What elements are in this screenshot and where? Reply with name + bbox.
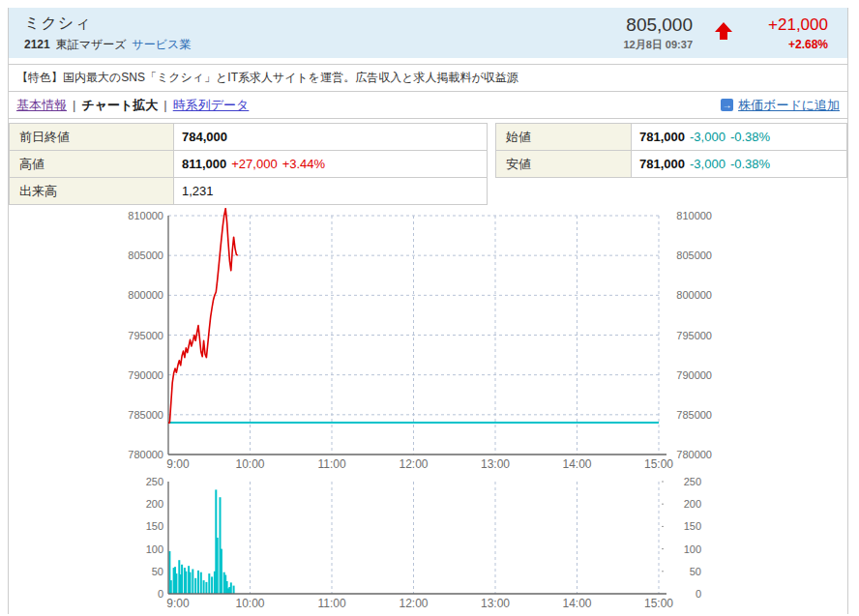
- tab-separator: |: [73, 98, 75, 112]
- svg-text:9:00: 9:00: [166, 457, 190, 471]
- stock-name: ミクシィ: [24, 14, 191, 34]
- change-block: +21,000 +2.68%: [751, 15, 828, 51]
- svg-text:150: 150: [146, 520, 163, 532]
- stock-detail-panel: ミクシィ 2121東証マザーズサービス業 805,000 12月8日 09:37…: [8, 8, 848, 614]
- row-value: 1,231: [174, 178, 488, 205]
- price-volume-chart-svg: 7800007800007850007850007900007900007950…: [9, 208, 847, 614]
- svg-text:790000: 790000: [128, 369, 163, 381]
- stock-meta: 2121東証マザーズサービス業: [24, 37, 191, 53]
- svg-text:12:00: 12:00: [399, 457, 428, 471]
- row-label: 出来高: [10, 178, 174, 205]
- svg-text:805000: 805000: [676, 249, 712, 261]
- svg-text:800000: 800000: [676, 289, 712, 301]
- svg-text:15:00: 15:00: [644, 597, 673, 610]
- row-value: 781,000-3,000-0.38%: [632, 124, 847, 151]
- svg-text:14:00: 14:00: [562, 597, 591, 610]
- row-value: 811,000+27,000+3.44%: [174, 151, 488, 178]
- intraday-chart: 7800007800007850007850007900007900007950…: [9, 208, 847, 614]
- svg-text:250: 250: [684, 476, 701, 487]
- table-row-high: 高値 811,000+27,000+3.44%: [10, 151, 488, 178]
- svg-text:0: 0: [158, 588, 163, 600]
- svg-text:0: 0: [696, 588, 701, 600]
- svg-text:800000: 800000: [128, 289, 163, 301]
- add-board-link[interactable]: 株価ボードに追加: [738, 92, 840, 118]
- tab-separator: |: [163, 98, 166, 112]
- quote-tables: 前日終値 784,000 高値 811,000+27,000+3.44% 出来高…: [9, 123, 847, 205]
- svg-text:100: 100: [684, 543, 701, 555]
- table-row-open: 始値 781,000-3,000-0.38%: [496, 124, 847, 151]
- row-label: 高値: [10, 151, 174, 178]
- quote-table-right: 始値 781,000-3,000-0.38% 安値 781,000-3,000-…: [495, 123, 847, 178]
- price-change-percent: +2.68%: [751, 38, 828, 51]
- svg-text:12:00: 12:00: [399, 597, 428, 610]
- add-board-arrow-icon: →: [721, 99, 733, 111]
- tab-chart-enlarge-current: チャート拡大: [81, 98, 158, 112]
- company-feature-text: 【特色】国内最大のSNS「ミクシィ」とIT系求人サイトを運営。広告収入と求人掲載…: [9, 64, 847, 92]
- row-value: 784,000: [174, 124, 488, 151]
- price-block: 805,000 12月8日 09:37: [623, 15, 693, 52]
- row-label: 始値: [496, 124, 632, 151]
- svg-text:150: 150: [684, 520, 701, 532]
- quote-datetime: 12月8日 09:37: [623, 38, 693, 52]
- svg-text:780000: 780000: [128, 449, 163, 460]
- row-value: 781,000-3,000-0.38%: [632, 151, 847, 178]
- svg-text:50: 50: [152, 566, 163, 577]
- quote-summary: 805,000 12月8日 09:37 +21,000 +2.68%: [623, 15, 828, 52]
- svg-text:13:00: 13:00: [481, 457, 510, 471]
- svg-text:9:00: 9:00: [166, 597, 190, 610]
- svg-text:13:00: 13:00: [481, 597, 510, 610]
- svg-text:785000: 785000: [128, 409, 163, 421]
- stock-header: ミクシィ 2121東証マザーズサービス業 805,000 12月8日 09:37…: [9, 8, 847, 58]
- current-price: 805,000: [623, 15, 693, 36]
- svg-text:14:00: 14:00: [562, 457, 591, 471]
- svg-text:790000: 790000: [676, 369, 712, 381]
- stock-identity: ミクシィ 2121東証マザーズサービス業: [24, 14, 191, 53]
- sector-link[interactable]: サービス業: [133, 38, 192, 51]
- svg-text:250: 250: [146, 476, 163, 487]
- tab-time-series[interactable]: 時系列データ: [173, 98, 250, 112]
- table-row-volume: 出来高 1,231: [10, 178, 488, 205]
- svg-text:785000: 785000: [676, 409, 712, 421]
- svg-text:780000: 780000: [676, 449, 712, 460]
- svg-text:10:00: 10:00: [235, 597, 264, 610]
- svg-text:200: 200: [146, 498, 163, 510]
- stock-market: 東証マザーズ: [56, 38, 127, 51]
- view-tabs: 基本情報|チャート拡大|時系列データ: [16, 92, 249, 118]
- svg-text:11:00: 11:00: [317, 597, 345, 610]
- tabs-row: 基本情報|チャート拡大|時系列データ →株価ボードに追加: [9, 92, 847, 119]
- svg-text:10:00: 10:00: [235, 457, 264, 471]
- price-change: +21,000: [751, 15, 828, 35]
- svg-text:795000: 795000: [128, 330, 163, 341]
- svg-text:100: 100: [146, 543, 163, 555]
- svg-text:810000: 810000: [128, 210, 163, 221]
- svg-text:50: 50: [690, 566, 701, 577]
- add-to-board[interactable]: →株価ボードに追加: [721, 92, 840, 118]
- quote-table-left: 前日終値 784,000 高値 811,000+27,000+3.44% 出来高…: [9, 123, 488, 205]
- row-label: 安値: [496, 151, 632, 178]
- svg-text:810000: 810000: [676, 210, 712, 221]
- svg-text:200: 200: [684, 498, 701, 510]
- svg-text:805000: 805000: [128, 249, 163, 261]
- svg-text:11:00: 11:00: [317, 457, 345, 471]
- table-row-low: 安値 781,000-3,000-0.38%: [496, 151, 847, 178]
- tab-basic-info[interactable]: 基本情報: [16, 98, 67, 112]
- up-arrow-icon: [714, 21, 733, 44]
- svg-text:795000: 795000: [676, 330, 712, 341]
- table-row-prev-close: 前日終値 784,000: [10, 124, 488, 151]
- stock-code: 2121: [24, 38, 50, 51]
- svg-text:15:00: 15:00: [644, 457, 673, 471]
- row-label: 前日終値: [10, 124, 174, 151]
